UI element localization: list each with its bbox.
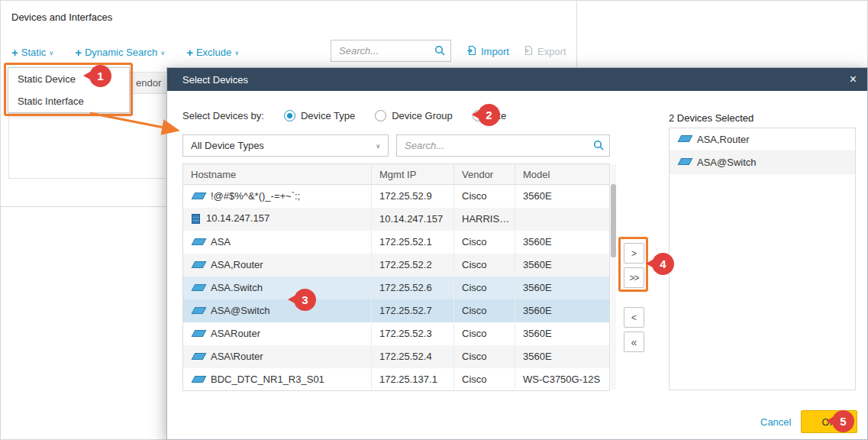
hostname-cell: ASA.Switch	[183, 277, 372, 299]
table-scrollbar-thumb[interactable]	[611, 184, 616, 257]
annotation-badge-2: 2	[478, 104, 500, 126]
chevron-down-icon: ∨	[376, 143, 380, 150]
device-row[interactable]: BDC_DTC_NR1_R3_S01 172.25.137.1 Cisco WS…	[183, 368, 610, 391]
plus-icon: +	[186, 47, 193, 58]
selected-devices-list: ASA,Router ASA@Switch	[669, 128, 856, 390]
hostname-cell: 10.14.247.157	[183, 208, 372, 231]
export-label: Export	[537, 46, 566, 57]
selected-device-item[interactable]: ASA,Router	[670, 128, 855, 151]
add-dynamic-search-label: Dynamic Search	[85, 47, 157, 58]
mgmt-ip-cell: 172.25.52.1	[372, 231, 454, 254]
mgmt-ip-cell: 172.25.52.2	[372, 254, 454, 277]
model-cell: 3560E	[515, 322, 610, 345]
select-by-label: Select Devices by:	[182, 110, 264, 121]
hostname-cell: ASA,Router	[183, 254, 372, 277]
add-dynamic-search-button[interactable]: + Dynamic Search ∨	[75, 47, 165, 58]
annotation-badge-3: 3	[294, 289, 316, 311]
device-icon	[192, 376, 207, 383]
toolbar: + Static ∨ + Dynamic Search ∨ + Exclude …	[11, 44, 239, 60]
move-all-right-button[interactable]: >>	[624, 267, 644, 288]
cancel-button[interactable]: Cancel	[760, 416, 791, 428]
device-row[interactable]: ASARouter 172.25.52.3 Cisco 3560E	[183, 322, 610, 345]
mgmt-ip-cell: 10.14.247.157	[372, 208, 454, 231]
model-cell: 3560E	[515, 254, 610, 277]
radio-label: Device Group	[392, 110, 452, 121]
device-row[interactable]: !@#$%^&*()_-=+~`:; 172.25.52.9 Cisco 356…	[183, 185, 610, 208]
device-icon	[192, 238, 207, 245]
add-static-label: Static	[21, 47, 47, 58]
chevron-down-icon: ∨	[160, 50, 165, 57]
vendor-cell: Cisco	[454, 231, 515, 254]
select-by-row: Select Devices by: Device Type Device Gr…	[182, 104, 506, 127]
hostname-cell: BDC_DTC_NR1_R3_S01	[183, 368, 372, 391]
plus-icon: +	[11, 47, 18, 58]
vendor-cell: Cisco	[454, 299, 515, 322]
model-cell	[515, 208, 610, 231]
mgmt-ip-cell: 172.25.52.7	[372, 299, 454, 322]
model-cell: 3560E	[515, 345, 610, 368]
device-type-select[interactable]: All Device Types ∨	[182, 134, 389, 157]
device-icon	[192, 307, 207, 314]
device-row[interactable]: 10.14.247.157 10.14.247.157 HARRIS AD...	[183, 208, 610, 231]
vendor-cell: Cisco	[454, 254, 515, 277]
device-row[interactable]: ASA\Router 172.25.52.4 Cisco 3560E	[183, 345, 610, 368]
device-icon	[192, 330, 207, 337]
device-icon	[192, 261, 207, 268]
model-cell: 3560E	[515, 231, 610, 254]
vendor-column-header-partial: endor	[136, 77, 161, 89]
vendor-cell: HARRIS AD...	[454, 208, 515, 231]
hostname-cell: ASA	[183, 231, 372, 254]
radio-option[interactable]: Device Group	[375, 110, 452, 121]
selected-device-item[interactable]: ASA@Switch	[670, 151, 855, 174]
model-cell: 3560E	[515, 277, 610, 299]
plus-icon: +	[75, 47, 82, 58]
add-static-button[interactable]: + Static ∨	[11, 47, 53, 58]
mgmt-ip-cell: 172.25.52.9	[372, 185, 454, 208]
close-icon[interactable]: ×	[850, 73, 857, 86]
column-header-vendor: Vendor	[454, 164, 515, 185]
column-header-model: Model	[515, 164, 610, 185]
model-cell: 3560E	[515, 299, 610, 322]
move-right-button[interactable]: >	[624, 243, 644, 264]
mgmt-ip-cell: 172.25.52.3	[372, 322, 454, 345]
import-button[interactable]: Import	[466, 45, 509, 58]
chevron-down-icon: ∨	[234, 50, 239, 57]
vendor-cell: Cisco	[454, 322, 515, 345]
model-cell: WS-C3750G-12S	[515, 368, 610, 391]
dialog-titlebar: Select Devices ×	[167, 68, 867, 91]
device-row[interactable]: ASA 172.25.52.1 Cisco 3560E	[183, 231, 610, 254]
device-row[interactable]: ASA@Switch 172.25.52.7 Cisco 3560E	[183, 299, 610, 322]
radio-option[interactable]: Device Type	[284, 110, 355, 121]
mgmt-ip-cell: 172.25.52.4	[372, 345, 454, 368]
dialog-search-input[interactable]	[396, 134, 610, 157]
annotation-badge-1: 1	[89, 65, 111, 87]
hostname-cell: ASARouter	[183, 322, 372, 345]
device-table: Hostname Mgmt IP Vendor Model !@#$%^&*()…	[182, 163, 610, 391]
device-row[interactable]: ASA,Router 172.25.52.2 Cisco 3560E	[183, 254, 610, 277]
device-icon	[192, 284, 207, 291]
panel-search-input[interactable]	[331, 40, 451, 62]
device-row[interactable]: ASA.Switch 172.25.52.6 Cisco 3560E	[183, 277, 610, 299]
export-button[interactable]: Export	[523, 45, 566, 58]
device-icon	[192, 353, 207, 360]
dialog-search	[396, 134, 610, 157]
static-dropdown-menu: Static Device Static Interface	[8, 67, 130, 113]
dialog-title: Select Devices	[182, 74, 248, 86]
static-menu-item[interactable]: Static Interface	[8, 90, 129, 112]
page-title: Devices and Interfaces	[11, 11, 112, 23]
mgmt-ip-cell: 172.25.137.1	[372, 368, 454, 391]
radio-icon	[375, 110, 386, 121]
device-type-select-value: All Device Types	[191, 140, 264, 151]
add-exclude-button[interactable]: + Exclude ∨	[186, 47, 239, 58]
move-all-left-button[interactable]: «	[624, 332, 644, 352]
model-cell: 3560E	[515, 185, 610, 208]
vendor-cell: Cisco	[454, 345, 515, 368]
device-icon	[678, 158, 693, 165]
table-scrollbar[interactable]	[611, 164, 616, 390]
vendor-cell: Cisco	[454, 368, 515, 391]
column-header-hostname: Hostname	[183, 164, 372, 185]
vendor-cell: Cisco	[454, 185, 515, 208]
move-left-button[interactable]: <	[624, 307, 644, 328]
vendor-cell: Cisco	[454, 277, 515, 299]
device-table-header: Hostname Mgmt IP Vendor Model	[183, 164, 610, 185]
